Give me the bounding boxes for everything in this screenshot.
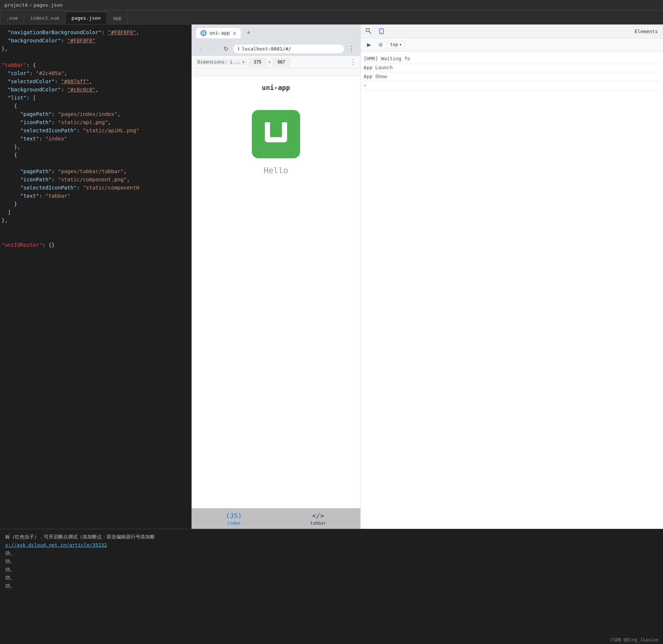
- tab-pages-json[interactable]: pages.json: [66, 12, 107, 24]
- forward-button[interactable]: ›: [208, 43, 218, 54]
- console-hmr: [HMR] Waiting fo: [364, 54, 660, 63]
- code-line-1: "navigationBarBackgroundColor": "#F8F8F8…: [0, 28, 191, 36]
- code-line-12: "iconPath": "static/api.png",: [0, 118, 191, 126]
- terminal-line-1: 标（红色虫子），可开启断点调试（添加断点：双击编辑器行号添加断: [5, 533, 658, 541]
- app-logo-svg: [261, 119, 291, 149]
- preview-content: uni-app Hello: [192, 76, 360, 508]
- code-line-4: [0, 53, 191, 61]
- tab-index3-vue[interactable]: index3.vue: [24, 12, 65, 24]
- code-line-11: "pagePath": "pages/index/index",: [0, 110, 191, 118]
- breadcrumb-file[interactable]: pages.json: [33, 2, 62, 8]
- globe-icon: [201, 30, 207, 36]
- console-app-launch: App Launch: [364, 63, 660, 72]
- console-expand[interactable]: ›: [364, 81, 660, 90]
- terminal-line-4: 功。: [5, 557, 658, 566]
- app-launch-text: App Launch: [364, 65, 393, 70]
- browser-nav: ‹ › ↻ ℹ localhost:8081/#/ ⋮: [192, 41, 360, 56]
- address-bar[interactable]: ℹ localhost:8081/#/: [233, 45, 344, 53]
- app-tab-tabbar-icon: </>: [312, 512, 324, 520]
- terminal-link[interactable]: s://ask.dcloud.net.cn/article/35232: [5, 542, 107, 548]
- app-tab-tabbar[interactable]: </> tabbar: [276, 512, 360, 526]
- top-label: top: [390, 42, 398, 47]
- code-line-21: "text": "tabbar": [0, 192, 191, 200]
- csdn-footer: CSDN @Ding_Jiaxion: [0, 636, 663, 644]
- browser-tab[interactable]: uni-app ✕: [196, 28, 241, 38]
- app-title: uni-app: [192, 76, 360, 103]
- info-icon: ℹ: [238, 46, 240, 51]
- terminal-line-3: 功。: [5, 549, 658, 557]
- code-line-18: "pagePath": "pages/tabbar/tabbar",: [0, 167, 191, 175]
- height-input[interactable]: [273, 58, 290, 66]
- preview-top-bar: [192, 68, 360, 76]
- main-content: "navigationBarBackgroundColor": "#F8F8F8…: [0, 25, 663, 529]
- browser-title-bar: uni-app ✕ +: [192, 25, 360, 41]
- top-dropdown[interactable]: top ▾: [387, 41, 404, 48]
- devtools-panel: Elements ▶ ⊘ top ▾ [HMR] Waiting fo App …: [360, 25, 663, 529]
- elements-tab[interactable]: Elements: [632, 27, 660, 36]
- code-line-20: "selectedIconPath": "static/componentH: [0, 184, 191, 192]
- tab-app[interactable]: app: [107, 12, 128, 24]
- app-tab-index-icon: (JS): [226, 512, 242, 520]
- dimensions-x: ×: [268, 59, 271, 65]
- terminal-line-6: 功。: [5, 574, 658, 582]
- app-preview: uni-app Hello: [192, 68, 360, 529]
- code-line-14: "text": "index": [0, 135, 191, 143]
- code-line-5: "tabBar": {: [0, 61, 191, 69]
- play-icon[interactable]: ▶: [364, 39, 374, 50]
- chevron-down-icon: ▾: [242, 59, 245, 65]
- block-icon[interactable]: ⊘: [376, 39, 386, 50]
- devtools-toolbar-2: ▶ ⊘ top ▾: [361, 38, 663, 51]
- code-line-27: "uniIdRouter": {}: [0, 241, 191, 249]
- terminal-line-7: 功。: [5, 582, 658, 590]
- code-line-22: }: [0, 200, 191, 208]
- code-line-25: [0, 224, 191, 233]
- tab-vue[interactable]: .vue: [0, 12, 24, 24]
- url-text: localhost:8081/#/: [242, 46, 291, 52]
- code-line-13: "selectedIconPath": "static/apiHL.png": [0, 126, 191, 135]
- editor-tab-bar: .vue index3.vue pages.json app: [0, 10, 663, 25]
- width-input[interactable]: [249, 58, 266, 66]
- code-line-19: "iconPath": "static/component.png",: [0, 175, 191, 184]
- svg-line-8: [369, 32, 371, 34]
- dimensions-select[interactable]: Dimensions: i... ▾: [195, 59, 247, 65]
- browser-panel: uni-app ✕ + ‹ › ↻ ℹ localhost:8081/#/ ⋮ …: [191, 25, 360, 529]
- code-line-26: [0, 233, 191, 241]
- new-tab-button[interactable]: +: [244, 27, 254, 38]
- code-line-6: "color": "#2c405a",: [0, 69, 191, 77]
- more-button[interactable]: ⋮: [346, 43, 357, 54]
- app-tab-index[interactable]: (JS) index: [192, 512, 276, 526]
- expand-icon: ›: [364, 82, 367, 88]
- code-line-23: ]: [0, 208, 191, 216]
- reload-button[interactable]: ↻: [221, 43, 231, 54]
- browser-tab-title: uni-app: [209, 30, 230, 36]
- code-line-3: },: [0, 45, 191, 53]
- code-line-2: "backgroundColor": "#F8F8F8": [0, 36, 191, 45]
- terminal-line-5: 功。: [5, 566, 658, 574]
- svg-point-10: [381, 32, 382, 33]
- app-tab-tabbar-label: tabbar: [310, 521, 326, 526]
- code-line-15: },: [0, 143, 191, 151]
- device-icon[interactable]: [376, 26, 387, 36]
- app-logo-container: Hello: [252, 110, 300, 175]
- app-hello-text: Hello: [264, 166, 288, 175]
- browser-tab-close[interactable]: ✕: [233, 30, 236, 36]
- dimensions-more[interactable]: ⋮: [350, 58, 357, 66]
- app-tab-index-label: index: [227, 521, 240, 526]
- terminal-area: 标（红色虫子），可开启断点调试（添加断点：双击编辑器行号添加断 s://ask.…: [0, 529, 663, 644]
- app-tab-bar: (JS) index </> tabbar: [192, 508, 360, 529]
- dimensions-label: Dimensions: i...: [198, 59, 241, 65]
- breadcrumb-separator: >: [29, 2, 32, 8]
- back-button[interactable]: ‹: [195, 43, 206, 54]
- code-line-16: {: [0, 151, 191, 159]
- console-app-show: App Show: [364, 72, 660, 81]
- code-line-7: "selectedColor": "#007aff",: [0, 77, 191, 85]
- code-area[interactable]: "navigationBarBackgroundColor": "#F8F8F8…: [0, 25, 191, 529]
- breadcrumb-project[interactable]: project4: [4, 2, 28, 8]
- console-content: [HMR] Waiting fo App Launch App Show ›: [361, 51, 663, 529]
- code-line-10: {: [0, 102, 191, 110]
- code-line-9: "list": [: [0, 94, 191, 102]
- breadcrumb: project4 > pages.json: [0, 0, 663, 10]
- svg-rect-7: [366, 29, 369, 32]
- inspect-icon[interactable]: [364, 26, 374, 36]
- code-line-17: [0, 159, 191, 167]
